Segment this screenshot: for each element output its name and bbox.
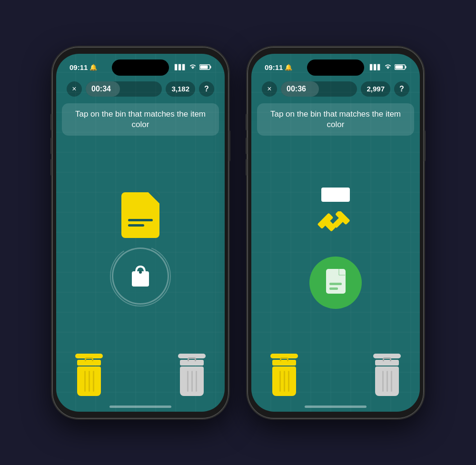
battery-icon-2: [395, 64, 407, 71]
bag-container-1: [112, 247, 169, 305]
game-area-2: [251, 139, 420, 406]
score-1: 3,182: [166, 81, 195, 97]
signal-icon-1: ▋▋▋: [175, 64, 186, 70]
white-bin-1[interactable]: [178, 354, 206, 396]
score-2: 2,997: [361, 81, 390, 97]
svg-rect-15: [329, 287, 338, 290]
timer-bar-2: 00:36: [281, 81, 357, 97]
signal-icon-2: ▋▋▋: [370, 64, 381, 70]
instruction-box-2: Tap on the bin that matches the item col…: [257, 103, 414, 136]
bins-row-2: [261, 354, 410, 396]
instruction-box-1: Tap on the bin that matches the item col…: [62, 103, 219, 136]
phone-2: 09:11 🔔 ▋▋▋ × 00:36 2,997 ?: [248, 47, 424, 418]
white-bin-body-2: [375, 366, 399, 396]
yellow-bin-handle-area: [77, 360, 101, 366]
tools-container: [317, 211, 355, 247]
help-button-1[interactable]: ?: [199, 81, 214, 97]
game-header-2: × 00:36 2,997 ?: [255, 78, 416, 100]
svg-rect-14: [329, 283, 342, 285]
yellow-document-1: [121, 192, 159, 238]
yellow-bin-1[interactable]: [75, 354, 103, 396]
svg-rect-7: [406, 66, 407, 68]
phone-screen-2: 09:11 🔔 ▋▋▋ × 00:36 2,997 ?: [251, 54, 420, 412]
svg-rect-8: [396, 65, 403, 69]
status-time-2: 09:11 🔔: [265, 63, 292, 71]
instruction-text-1: Tap on the bin that matches the item col…: [69, 109, 211, 130]
svg-rect-1: [210, 66, 211, 68]
timer-text-1: 00:34: [91, 85, 111, 93]
status-icons-2: ▋▋▋: [370, 64, 407, 71]
game-area-1: [56, 139, 225, 406]
svg-point-5: [110, 246, 170, 306]
item-container-1: [66, 143, 215, 354]
timer-text-2: 00:36: [287, 85, 306, 93]
white-bin-handle: [188, 357, 196, 361]
white-bin-handle-area: [180, 360, 204, 366]
white-rectangle-2: [321, 188, 350, 202]
document-in-circle: [323, 267, 349, 298]
yellow-bin-handle: [85, 357, 93, 361]
green-document-circle-2: [309, 257, 362, 309]
status-icons-1: ▋▋▋: [175, 64, 211, 71]
yellow-bin-2[interactable]: [270, 354, 298, 396]
home-indicator-2: [305, 406, 367, 408]
bins-row-1: [66, 354, 215, 396]
white-bin-2[interactable]: [373, 354, 401, 396]
yellow-bin-body-2: [272, 366, 296, 396]
wifi-icon-1: [189, 64, 197, 71]
green-circle-container: [309, 257, 362, 309]
timer-bar-1: 00:34: [86, 81, 162, 97]
battery-icon-1: [199, 64, 211, 71]
white-bin-body-1: [180, 366, 204, 396]
white-rect-container: [321, 188, 350, 202]
wifi-icon-2: [384, 64, 392, 71]
yellow-tools-icon: [317, 211, 355, 247]
help-button-2[interactable]: ?: [394, 81, 409, 97]
close-button-1[interactable]: ×: [67, 81, 82, 97]
instruction-text-2: Tap on the bin that matches the item col…: [265, 109, 407, 130]
phone-screen-1: 09:11 🔔 ▋▋▋ × 00:34 3,182 ?: [56, 54, 225, 412]
dynamic-island-2: [307, 59, 364, 76]
yellow-bin-body-1: [77, 366, 101, 396]
home-indicator-1: [109, 406, 171, 408]
svg-rect-2: [200, 65, 208, 69]
svg-rect-13: [326, 269, 346, 294]
close-button-2[interactable]: ×: [262, 81, 277, 97]
item-container-2: [261, 143, 410, 354]
dynamic-island-1: [112, 59, 169, 76]
phone-1: 09:11 🔔 ▋▋▋ × 00:34 3,182 ?: [52, 47, 228, 418]
status-time-1: 09:11 🔔: [69, 63, 97, 71]
game-header-1: × 00:34 3,182 ?: [60, 78, 221, 100]
